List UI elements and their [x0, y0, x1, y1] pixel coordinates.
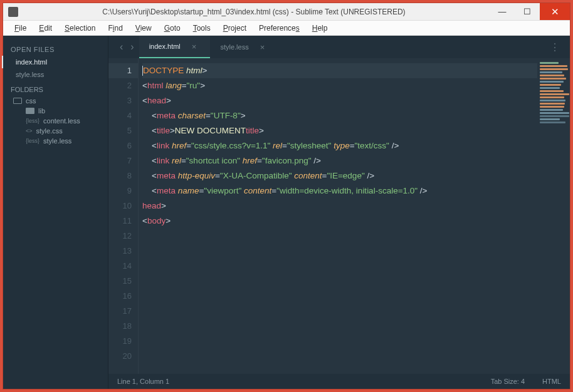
menu-find[interactable]: Find	[102, 24, 129, 33]
tab-overflow-icon[interactable]: ⋮	[540, 41, 570, 53]
folder-icon	[26, 108, 34, 114]
nav-forward-icon[interactable]: ›	[130, 41, 134, 53]
maximize-button[interactable]: ☐	[515, 3, 540, 20]
titlebar: C:\Users\Yurij\Desktop\startup_html_03\i…	[3, 3, 570, 21]
folders-header: FOLDERS	[3, 81, 108, 96]
code-line[interactable]: <html lang="ru">	[142, 78, 537, 93]
menu-preferences[interactable]: Preferences	[253, 24, 306, 33]
file-type-badge: {less}	[26, 118, 39, 124]
menu-help[interactable]: Help	[306, 24, 334, 33]
code-line[interactable]: <link href="css/style.css?v=1.1" rel="st…	[142, 138, 537, 153]
menu-project[interactable]: Project	[217, 24, 253, 33]
status-position: Line 1, Column 1	[117, 378, 491, 385]
menu-view[interactable]: View	[129, 24, 158, 33]
tab-label: style.less	[220, 43, 248, 51]
minimize-button[interactable]: —	[490, 3, 515, 20]
line-gutter: 1234567891011121314151617181920	[108, 58, 139, 374]
tab-style-less[interactable]: style.less ×	[210, 36, 278, 58]
folder-lib[interactable]: lib	[3, 106, 108, 116]
menu-selection[interactable]: Selection	[58, 24, 102, 33]
menu-file[interactable]: File	[8, 24, 33, 33]
tab-label: index.html	[149, 43, 181, 50]
nav-back-icon[interactable]: ‹	[120, 41, 123, 53]
open-file-style[interactable]: style.less	[3, 68, 108, 81]
file-style-css[interactable]: <> style.css	[3, 126, 108, 136]
app-body: OPEN FILES index.html style.less FOLDERS…	[3, 36, 570, 389]
status-syntax[interactable]: HTML	[542, 378, 561, 385]
code-line[interactable]: head>	[142, 199, 537, 214]
tab-nav: ‹ ›	[115, 41, 139, 53]
app-window: C:\Users\Yurij\Desktop\startup_html_03\i…	[3, 3, 570, 389]
folder-root[interactable]: css	[3, 96, 108, 106]
code-line[interactable]: <meta charset="UTF-8">	[142, 108, 537, 123]
code-line[interactable]: <meta name="viewport" content="width=dev…	[142, 183, 537, 199]
code-line[interactable]	[142, 244, 537, 259]
code-line[interactable]	[142, 229, 537, 244]
menu-goto[interactable]: Goto	[158, 24, 187, 33]
status-tabsize[interactable]: Tab Size: 4	[491, 378, 525, 385]
open-files-header: OPEN FILES	[3, 43, 108, 56]
menu-tools[interactable]: Tools	[187, 24, 217, 33]
menu-edit[interactable]: Edit	[33, 24, 58, 33]
editor-area: ‹ › index.html × style.less × ⋮ 12345678…	[108, 36, 570, 389]
file-content-less[interactable]: {less} content.less	[3, 116, 108, 126]
app-icon	[8, 7, 18, 17]
tab-close-icon[interactable]: ×	[192, 42, 197, 51]
tab-close-icon[interactable]: ×	[260, 43, 265, 52]
file-style-less[interactable]: {less} style.less	[3, 136, 108, 146]
code-line[interactable]: <meta http-equiv="X-UA-Compatible" conte…	[142, 168, 537, 183]
code-line[interactable]: DOCTYPE html>	[142, 63, 537, 78]
code-line[interactable]: <head>	[142, 93, 537, 108]
close-button[interactable]: ✕	[540, 3, 570, 20]
editor-split: 1234567891011121314151617181920 DOCTYPE …	[108, 58, 570, 374]
code-area[interactable]: DOCTYPE html><html lang="ru"><head> <met…	[139, 58, 537, 374]
sidebar: OPEN FILES index.html style.less FOLDERS…	[3, 36, 108, 389]
file-type-badge: {less}	[26, 138, 39, 144]
open-file-index[interactable]: index.html	[2, 56, 108, 68]
tabbar: ‹ › index.html × style.less × ⋮	[108, 36, 570, 58]
code-line[interactable]: <title>NEW DOCUMENTtitle>	[142, 123, 537, 138]
menubar: File Edit Selection Find View Goto Tools…	[3, 21, 570, 36]
code-line[interactable]: <body>	[142, 214, 537, 229]
window-title: C:\Users\Yurij\Desktop\startup_html_03\i…	[18, 8, 490, 16]
tab-index-html[interactable]: index.html ×	[139, 36, 211, 58]
minimap[interactable]	[537, 58, 570, 374]
folder-icon	[13, 98, 22, 104]
code-line[interactable]: <link rel="shortcut icon" href="favicon.…	[142, 153, 537, 168]
status-bar: Line 1, Column 1 Tab Size: 4 HTML	[108, 374, 570, 389]
file-type-badge: <>	[26, 128, 33, 134]
window-controls: — ☐ ✕	[490, 3, 570, 20]
